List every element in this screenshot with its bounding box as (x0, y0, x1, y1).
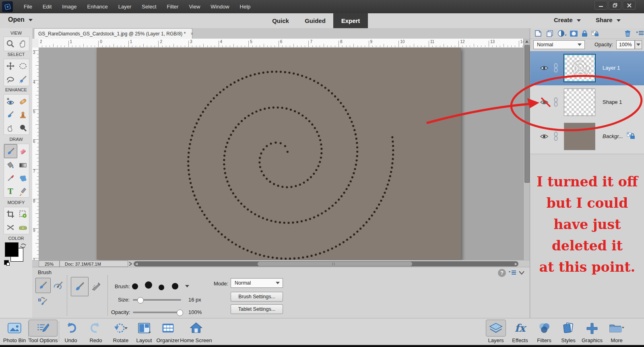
taskbar-styles[interactable]: Styles (559, 320, 578, 343)
elliptical-marquee-tool[interactable] (17, 59, 29, 72)
new-group-icon[interactable] (546, 30, 554, 37)
size-slider-handle[interactable] (137, 297, 144, 304)
link-icon[interactable] (553, 97, 558, 107)
shape-tool[interactable] (17, 171, 29, 185)
brush-preset-picker[interactable] (132, 280, 188, 292)
close-icon[interactable]: × (190, 31, 193, 37)
open-button[interactable]: Open (8, 16, 33, 23)
eraser-tool[interactable] (17, 144, 29, 157)
taskbar-redo[interactable]: Redo (87, 320, 105, 343)
zoom-tool[interactable] (4, 37, 17, 50)
opacity-value-box[interactable]: 100% (616, 40, 635, 49)
brush-preset-dot[interactable] (172, 283, 178, 289)
brush-tool[interactable] (4, 144, 17, 158)
scroll-up-icon[interactable] (525, 40, 529, 43)
layer-row-shape1[interactable]: Shape 1 (530, 85, 644, 120)
hand-tool[interactable] (17, 37, 29, 50)
quick-selection-tool[interactable] (17, 72, 29, 86)
recompose-tool[interactable] (17, 207, 29, 221)
menu-edit[interactable]: Edit (37, 0, 57, 13)
horizontal-scrollbar[interactable] (134, 261, 518, 266)
swap-colors-icon[interactable] (20, 242, 27, 249)
minimize-button[interactable] (594, 1, 607, 10)
mode-dropdown[interactable]: Normal (231, 278, 283, 288)
menu-layer[interactable]: Layer (113, 0, 137, 13)
menu-help[interactable]: Help (235, 0, 256, 13)
taskbar-layers[interactable]: Layers (486, 320, 506, 343)
taskbar-organizer[interactable]: Organizer (156, 320, 179, 343)
content-aware-move-tool[interactable] (4, 221, 17, 234)
brush-variant-button[interactable] (35, 278, 51, 293)
foreground-color-swatch[interactable] (5, 242, 19, 257)
taskbar-tool-options[interactable]: Tool Options (29, 320, 58, 343)
brush-preset-dot[interactable] (159, 285, 164, 290)
opacity-slider[interactable] (133, 312, 181, 313)
size-slider[interactable] (133, 299, 181, 301)
taskbar-more[interactable]: More (606, 320, 627, 343)
clone-stamp-tool[interactable] (17, 108, 29, 121)
layer-name[interactable]: Layer 1 (603, 65, 620, 71)
new-layer-icon[interactable] (534, 30, 542, 37)
menu-window[interactable]: Window (205, 0, 234, 13)
scroll-left-icon[interactable] (135, 262, 138, 266)
link-icon[interactable] (553, 132, 558, 141)
smart-brush-tool[interactable] (4, 108, 17, 121)
menu-file[interactable]: File (19, 0, 37, 13)
red-eye-removal-tool[interactable] (4, 95, 17, 108)
horizontal-scroll-thumb[interactable] (258, 262, 412, 266)
lasso-tool[interactable] (4, 72, 17, 86)
color-replacement-brush-button[interactable] (37, 295, 48, 308)
opacity-slider-handle[interactable] (177, 310, 183, 316)
restore-button[interactable] (609, 1, 621, 10)
layer-thumbnail[interactable] (564, 89, 595, 116)
layer-name[interactable]: Backgr... (603, 133, 623, 139)
tab-quick[interactable]: Quick (266, 13, 295, 28)
brush-settings-button[interactable]: Brush Settings... (231, 292, 283, 302)
blur-tool[interactable] (17, 121, 29, 134)
blend-mode-dropdown[interactable]: Normal (533, 40, 585, 49)
gradient-tool[interactable] (17, 158, 29, 171)
brush-preset-dot[interactable] (132, 283, 138, 289)
lock-all-icon[interactable] (582, 30, 588, 37)
vertical-scrollbar[interactable] (523, 39, 530, 267)
menu-view[interactable]: View (184, 0, 205, 13)
tab-guided[interactable]: Guided (299, 13, 331, 28)
menu-enhance[interactable]: Enhance (82, 0, 113, 13)
taskbar-filters[interactable]: Filters (535, 320, 554, 343)
tab-expert[interactable]: Expert (333, 13, 368, 28)
document-tab[interactable]: GS_RareDiamonds_GS_Cardstock_1.jpg @ 25%… (34, 28, 192, 39)
create-button[interactable]: Create (554, 17, 581, 23)
taskbar-effects[interactable]: fx Effects (512, 320, 528, 343)
scroll-right-icon[interactable] (514, 262, 518, 266)
opacity-stepper[interactable] (635, 40, 642, 49)
taskbar-graphics[interactable]: Graphics (582, 320, 603, 343)
crop-tool[interactable] (4, 207, 17, 221)
tablet-settings-button[interactable]: Tablet Settings... (231, 304, 283, 314)
close-button[interactable] (623, 1, 636, 10)
smudge-tool[interactable] (4, 121, 17, 134)
impressionist-brush-button[interactable] (52, 279, 64, 293)
straighten-tool[interactable] (17, 221, 29, 234)
brush-mode-button[interactable] (71, 277, 89, 296)
layer-thumbnail[interactable] (564, 123, 595, 150)
panel-menu-icon[interactable] (508, 270, 516, 276)
zoom-level[interactable]: 25% (39, 260, 60, 267)
visibility-eye-icon[interactable] (540, 133, 549, 140)
spot-healing-brush-tool[interactable] (17, 95, 29, 108)
layer-mask-icon[interactable] (570, 30, 578, 37)
pencil-tool[interactable] (17, 185, 29, 198)
delete-layer-icon[interactable] (624, 30, 631, 37)
taskbar-undo[interactable]: Undo (62, 320, 80, 343)
eyedropper-tool[interactable] (4, 171, 17, 185)
link-icon[interactable] (553, 63, 558, 73)
taskbar-home-screen[interactable]: Home Screen (180, 320, 212, 343)
adjustment-layer-icon[interactable] (557, 30, 567, 37)
default-colors-icon[interactable] (4, 260, 9, 265)
panel-options-icon[interactable] (636, 31, 644, 36)
move-tool[interactable] (4, 59, 17, 72)
layer-thumbnail[interactable] (564, 54, 595, 82)
taskbar-rotate[interactable]: Rotate (110, 320, 131, 343)
menu-image[interactable]: Image (57, 0, 82, 13)
help-icon[interactable]: ? (498, 269, 506, 277)
menu-filter[interactable]: Filter (162, 0, 184, 13)
